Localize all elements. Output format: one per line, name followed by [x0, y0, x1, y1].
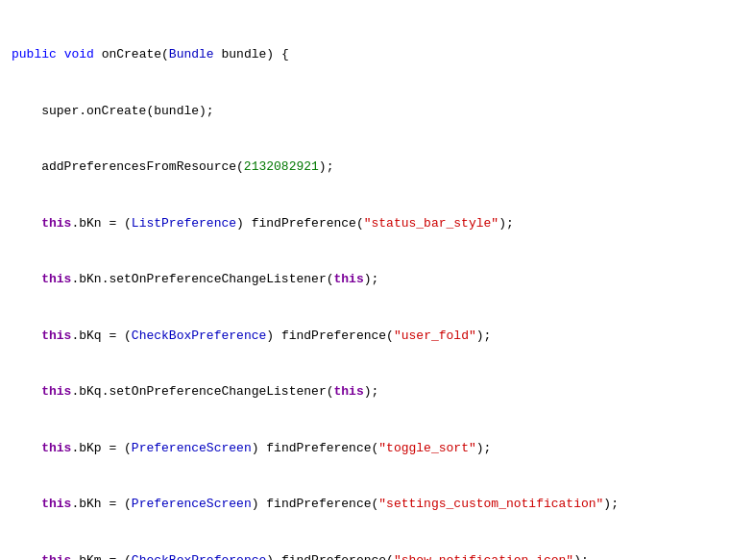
line-3: addPreferencesFromResource(2132082921); — [0, 158, 754, 177]
line-6: this.bKq = (CheckBoxPreference) findPref… — [0, 327, 754, 346]
line-7: this.bKq.setOnPreferenceChangeListener(t… — [0, 382, 754, 402]
line-5: this.bKn.setOnPreferenceChangeListener(t… — [0, 270, 754, 289]
code-block: public void onCreate(Bundle bundle) { su… — [0, 0, 754, 560]
line-1: public void onCreate(Bundle bundle) { — [0, 45, 754, 64]
line-8: this.bKp = (PreferenceScreen) findPrefer… — [0, 439, 754, 458]
line-10: this.bKm = (CheckBoxPreference) findPref… — [0, 551, 754, 561]
line-2: super.onCreate(bundle); — [0, 102, 754, 121]
line-4: this.bKn = (ListPreference) findPreferen… — [0, 214, 754, 233]
line-9: this.bKh = (PreferenceScreen) findPrefer… — [0, 495, 754, 514]
